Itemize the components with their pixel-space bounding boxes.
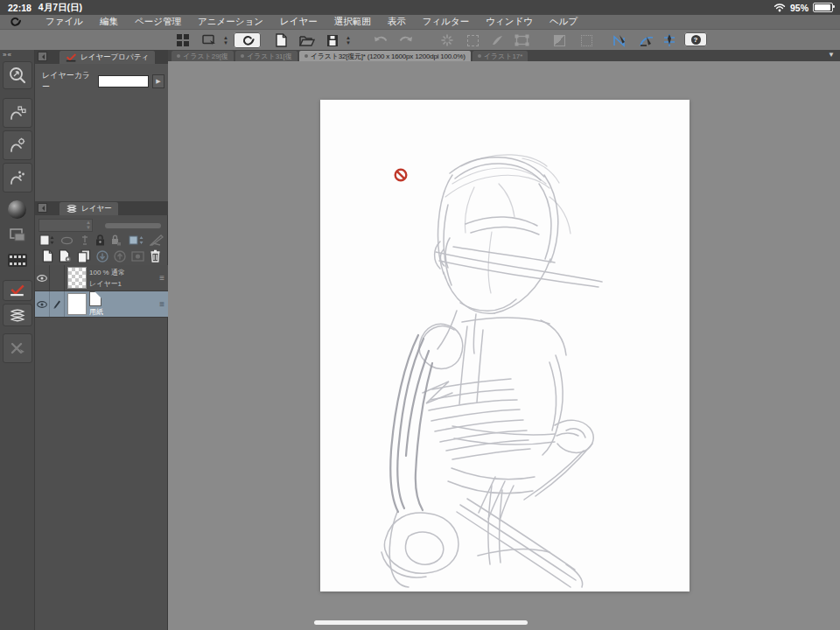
help-icon: ? [691,35,701,45]
tool-settings[interactable] [3,130,32,160]
layer-color-swatch[interactable] [98,75,149,88]
select-move-button[interactable] [463,32,482,48]
tool-zoom[interactable] [3,61,32,89]
eye-icon [37,275,47,282]
menu-bar: ファイル 編集 ページ管理 アニメーション レイヤー 選択範囲 表示 フィルター… [0,15,840,29]
tool-detail[interactable] [3,163,32,192]
layer-row-layer1[interactable]: 100 % 通常 レイヤー1 ≡ [35,265,168,291]
new-folder-layer-icon[interactable] [59,249,72,262]
menu-help[interactable]: ヘルプ [550,16,578,28]
snap-to-grid-button[interactable] [659,32,680,48]
snap-curve-icon [639,33,654,47]
redo-button[interactable] [396,32,416,48]
save-spinner[interactable]: ▲▼ [344,32,353,48]
sparkle-icon [441,34,453,46]
tab-illust32-active[interactable]: イラスト32[復元]* (1200 x 1600px 1200dpi 100.0… [299,51,471,61]
drawing-page[interactable] [320,100,690,592]
quick-mask-button[interactable] [487,32,507,48]
menu-file[interactable]: ファイル [46,16,83,28]
lock-icon[interactable] [95,234,105,246]
layer-row-paper-selected[interactable]: 用紙 ≡ [35,291,168,318]
sidebar-collapse-chevrons[interactable]: »« [0,50,34,59]
layer-property-tab[interactable]: レイヤープロパティ [60,51,155,64]
snap-ruler-icon [612,33,628,47]
screen-spinner[interactable]: ▲▼ [221,32,230,48]
screen-settings-button[interactable] [200,32,219,48]
command-bar: ▲▼ ▲▼ [0,29,840,50]
home-indicator[interactable] [314,620,528,625]
pin-icon[interactable] [80,234,89,246]
tab-label: イラスト29[復 [183,52,228,61]
deselect-button[interactable] [438,32,457,48]
visibility-toggle[interactable] [35,265,50,290]
lock-transparent-icon[interactable] [111,234,122,246]
visibility-toggle[interactable] [35,291,50,317]
tool-operation[interactable] [3,98,32,128]
snap-to-ruler-button[interactable] [610,32,631,48]
workspace-grid-button[interactable] [173,32,192,48]
ruler-icon[interactable] [150,234,164,246]
menu-filter[interactable]: フィルター [423,16,469,28]
tab-dot-icon [177,54,180,58]
selection-border-button[interactable] [577,32,596,48]
save-icon [326,34,339,47]
layer-thumbnail[interactable] [67,267,87,289]
tab-illust29[interactable]: イラスト29[復 [172,51,234,61]
opacity-slider[interactable] [105,223,161,228]
snap-to-special-ruler-button[interactable] [636,32,657,48]
menu-selection[interactable]: 選択範囲 [334,16,371,28]
menu-view[interactable]: 表示 [388,16,406,28]
new-layer-icon[interactable] [42,249,53,262]
layer-stack-icon [9,308,26,323]
opacity-eye-icon[interactable] [60,236,74,245]
panel-layer-property[interactable] [3,280,32,301]
tab-list-dropdown[interactable]: ▼ [828,51,835,59]
menu-page-management[interactable]: ページ管理 [135,16,181,28]
tab-label: イラスト32[復元]* (1200 x 1600px 1200dpi 100.0… [311,52,466,61]
panel-collapse-icon[interactable] [38,203,47,213]
tab-illust31[interactable]: イラスト31[復 [235,51,298,61]
reference-layer-icon[interactable] [129,234,144,246]
layer-blend-opacity: 100 % 通常 [89,268,156,277]
prohibited-cursor-icon [396,170,407,181]
panel-color-wheel[interactable] [3,198,32,220]
panel-layer[interactable] [3,304,32,326]
brush-icon [491,35,504,46]
clip-studio-start-button[interactable] [234,32,261,48]
duplicate-layer-icon[interactable] [77,249,91,262]
canvas-area[interactable] [168,61,840,630]
layer-panel-tab[interactable]: レイヤー [60,202,118,215]
help-button[interactable]: ? [684,32,707,46]
transfer-down-icon [96,250,108,262]
tab-illust17[interactable]: イラスト17* [472,51,528,61]
color-sphere-icon [8,200,26,219]
date: 4月7日(日) [38,2,82,14]
open-file-button[interactable] [297,32,318,48]
figure-sketch [320,100,690,592]
panel-collapse-icon[interactable] [38,52,47,61]
new-file-button[interactable] [271,32,290,48]
transform-button[interactable] [511,32,532,48]
menu-edit[interactable]: 編集 [100,16,118,28]
clip-studio-swirl-icon [239,34,256,47]
menu-layer[interactable]: レイヤー [280,16,318,28]
panel-navigator[interactable] [3,223,32,246]
layer-color-expand-button[interactable]: ▶ [152,74,164,88]
layer-thumbnail[interactable] [67,293,87,315]
blend-mode-select[interactable]: ▲▼ [38,219,93,232]
thumbnail-size-icon[interactable] [39,234,54,246]
menu-window[interactable]: ウィンドウ [486,16,533,28]
layer-property-header: レイヤープロパティ [35,50,168,64]
fill-button[interactable] [550,32,569,48]
panel-timeline[interactable] [3,248,32,271]
layer-menu-icon[interactable]: ≡ [159,273,164,283]
delete-layer-trash-icon[interactable] [150,249,161,262]
menu-animation[interactable]: アニメーション [198,16,263,28]
clock: 22:18 [8,3,32,13]
layer-menu-icon[interactable]: ≡ [159,299,164,309]
pen-dots-icon [9,170,26,186]
save-button[interactable] [323,32,342,48]
layer-actions-row [35,248,168,265]
undo-button[interactable] [370,32,391,48]
mask-icon [131,251,144,262]
